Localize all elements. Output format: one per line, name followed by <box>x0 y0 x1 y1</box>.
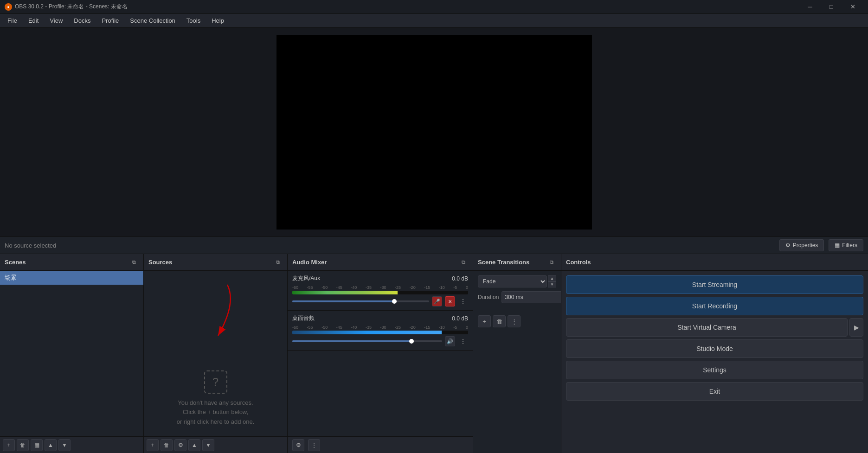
audio-menu-1[interactable]: ⋮ <box>458 296 468 306</box>
sources-empty-message: ? You don't have any sources. Click the … <box>144 271 287 436</box>
volume-fill-2 <box>292 340 412 342</box>
scene-down-button[interactable]: ▼ <box>58 439 71 451</box>
mic-mute-x-button[interactable]: ✕ <box>445 296 455 306</box>
volume-slider-1[interactable] <box>292 300 429 302</box>
gear-icon: ⚙ <box>785 242 791 249</box>
close-button[interactable]: ✕ <box>842 0 863 14</box>
scene-item[interactable]: 场景 <box>0 271 143 285</box>
titlebar: ● OBS 30.0.2 - Profile: 未命名 - Scenes: 未命… <box>0 0 868 14</box>
menu-item-scene-collection[interactable]: Scene Collection <box>124 15 181 26</box>
audio-channel-1-header: 麦克风/Aux 0.0 dB <box>292 274 468 282</box>
exit-button[interactable]: Exit <box>566 382 863 401</box>
sources-undock-icon[interactable]: ⧉ <box>273 258 283 267</box>
audio-channel-1-db: 0.0 dB <box>452 275 468 282</box>
volume-slider-2[interactable] <box>292 340 442 342</box>
scenes-footer: + 🗑 ▦ ▲ ▼ <box>0 436 143 453</box>
controls-header: Controls <box>561 254 868 271</box>
audio-menu-2[interactable]: ⋮ <box>458 336 468 346</box>
mute-icon-2: 🔊 <box>447 338 453 345</box>
transitions-content: Fade Cut ▲ ▼ Duration ▲ ▼ <box>473 271 561 313</box>
menubar: FileEditViewDocksProfileScene Collection… <box>0 14 868 28</box>
audio-channels: 麦克风/Aux 0.0 dB -60-55-50-45-40-35-30-25-… <box>288 271 473 436</box>
duration-input[interactable] <box>502 291 561 303</box>
menu-item-help[interactable]: Help <box>206 15 230 26</box>
preview-canvas <box>276 35 592 230</box>
sources-panel-header: Sources ⧉ <box>144 254 287 271</box>
volume-thumb-2[interactable] <box>409 339 414 344</box>
audio-meter-fill-2 <box>292 331 442 334</box>
audio-channel-desktop: 桌面音频 0.0 dB -60-55-50-45-40-35-30-25-20-… <box>288 311 473 351</box>
gear-icon: ⚙ <box>178 442 183 448</box>
duration-row: Duration ▲ ▼ <box>478 291 556 303</box>
transition-select-row: Fade Cut ▲ ▼ <box>478 275 556 287</box>
titlebar-left: ● OBS 30.0.2 - Profile: 未命名 - Scenes: 未命… <box>5 3 128 11</box>
minimize-button[interactable]: ─ <box>799 0 821 14</box>
mute-button-1[interactable]: 🎤 <box>432 296 442 306</box>
audio-meter-labels-1: -60-55-50-45-40-35-30-25-20-15-10-50 <box>292 285 468 290</box>
chevron-right-icon: ▶ <box>854 324 859 331</box>
mute-button-2[interactable]: 🔊 <box>445 336 455 346</box>
controls-content: Start Streaming Start Recording Start Vi… <box>561 271 868 405</box>
start-virtual-camera-button[interactable]: Start Virtual Camera <box>566 318 848 337</box>
sources-panel: Sources ⧉ ? You don't have any sources. <box>144 254 288 453</box>
scenes-undock-icon[interactable]: ⧉ <box>129 258 139 267</box>
volume-thumb-1[interactable] <box>392 299 397 304</box>
gear-icon: ⚙ <box>296 442 301 448</box>
sources-content[interactable]: ? You don't have any sources. Click the … <box>144 271 287 436</box>
audio-settings-button[interactable]: ⚙ <box>292 439 304 451</box>
scenes-panel: Scenes ⧉ 场景 + 🗑 ▦ ▲ ▼ <box>0 254 144 453</box>
menu-item-file[interactable]: File <box>2 15 23 26</box>
add-source-button[interactable]: + <box>147 439 159 451</box>
audio-channel-1-controls: 🎤 ✕ ⋮ <box>292 296 468 306</box>
menu-item-edit[interactable]: Edit <box>23 15 44 26</box>
source-settings-button[interactable]: ⚙ <box>174 439 186 451</box>
add-transition-button[interactable]: + <box>478 315 491 327</box>
trash-icon: 🗑 <box>20 442 26 448</box>
arrow-indicator <box>190 280 246 345</box>
virtual-camera-side-button[interactable]: ▶ <box>849 318 863 337</box>
transition-select[interactable]: Fade Cut <box>478 275 547 287</box>
menu-item-profile[interactable]: Profile <box>96 15 124 26</box>
trash-icon: 🗑 <box>496 318 502 325</box>
transition-menu-button[interactable]: ⋮ <box>508 315 521 327</box>
transitions-footer: + 🗑 ⋮ <box>473 313 561 330</box>
add-scene-button[interactable]: + <box>3 439 15 451</box>
maximize-button[interactable]: □ <box>821 0 842 14</box>
audio-channel-2-header: 桌面音频 0.0 dB <box>292 314 468 322</box>
source-bar: No source selected ⚙ Properties ▦ Filter… <box>0 236 868 254</box>
properties-button[interactable]: ⚙ Properties <box>779 239 824 251</box>
studio-mode-button[interactable]: Studio Mode <box>566 339 863 358</box>
transitions-undock-icon[interactable]: ⧉ <box>547 258 556 267</box>
audio-mixer-footer: ⚙ ⋮ <box>288 436 473 453</box>
menu-item-docks[interactable]: Docks <box>68 15 96 26</box>
remove-scene-button[interactable]: 🗑 <box>17 439 29 451</box>
remove-source-button[interactable]: 🗑 <box>161 439 173 451</box>
transition-spin-up[interactable]: ▲ <box>548 275 556 281</box>
settings-button[interactable]: Settings <box>566 361 863 379</box>
audio-menu-button[interactable]: ⋮ <box>308 439 320 451</box>
menu-item-view[interactable]: View <box>44 15 68 26</box>
titlebar-title: OBS 30.0.2 - Profile: 未命名 - Scenes: 未命名 <box>15 3 128 11</box>
duration-label: Duration <box>478 294 499 300</box>
audio-mixer-panel: Audio Mixer ⧉ 麦克风/Aux 0.0 dB -60-55-50-4… <box>288 254 473 453</box>
start-streaming-button[interactable]: Start Streaming <box>566 275 863 294</box>
controls-title: Controls <box>566 259 591 266</box>
menu-item-tools[interactable]: Tools <box>181 15 206 26</box>
transition-spin-down[interactable]: ▼ <box>548 281 556 287</box>
sources-title: Sources <box>148 259 172 266</box>
sources-footer: + 🗑 ⚙ ▲ ▼ <box>144 436 287 453</box>
scene-up-button[interactable]: ▲ <box>45 439 57 451</box>
source-down-button[interactable]: ▼ <box>202 439 214 451</box>
remove-transition-button[interactable]: 🗑 <box>493 315 506 327</box>
source-up-button[interactable]: ▲ <box>188 439 200 451</box>
volume-fill-1 <box>292 300 395 302</box>
scenes-list: 场景 <box>0 271 143 436</box>
start-recording-button[interactable]: Start Recording <box>566 297 863 315</box>
audio-channel-2-controls: 🔊 ⋮ <box>292 336 468 346</box>
audio-mixer-undock-icon[interactable]: ⧉ <box>459 258 468 267</box>
mute-icon-1: 🎤 <box>434 299 440 305</box>
filters-button[interactable]: ▦ Filters <box>829 239 863 251</box>
audio-mixer-title: Audio Mixer <box>292 259 327 266</box>
audio-channel-mic: 麦克风/Aux 0.0 dB -60-55-50-45-40-35-30-25-… <box>288 271 473 311</box>
scene-filter-button[interactable]: ▦ <box>31 439 43 451</box>
